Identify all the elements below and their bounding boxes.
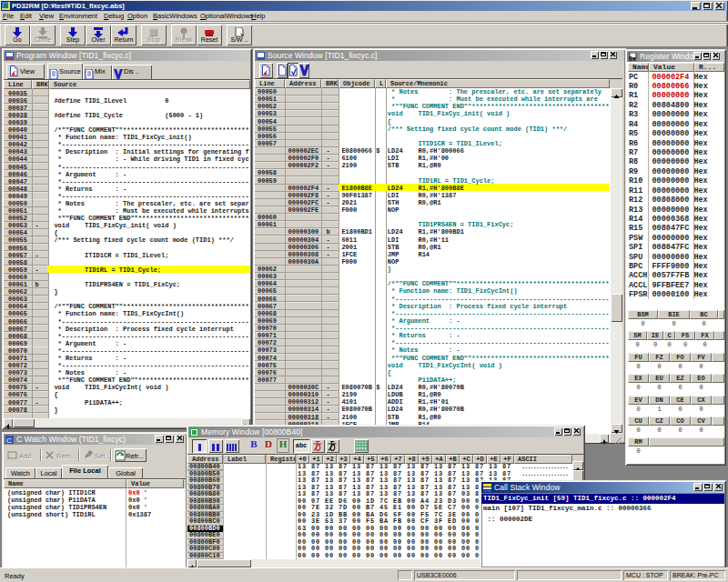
svg-text:0x: 0x bbox=[629, 55, 636, 61]
svg-text:C: C bbox=[6, 436, 12, 444]
